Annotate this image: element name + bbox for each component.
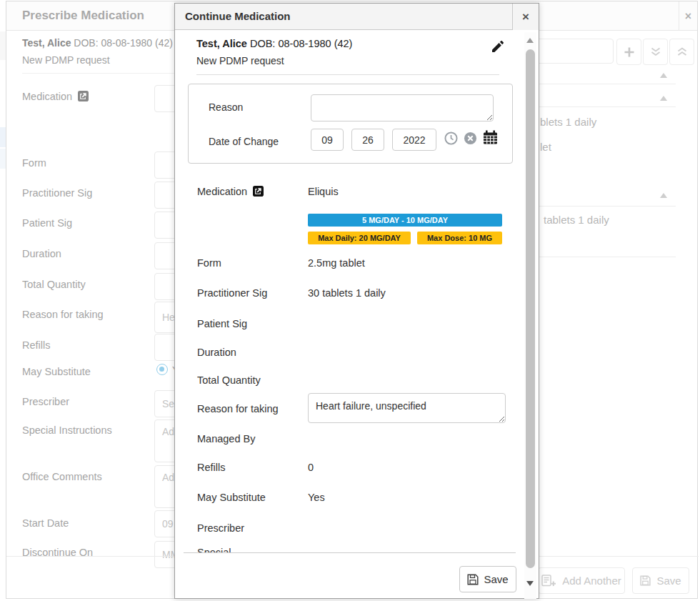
field-label-office-comments: Office Comments: [22, 471, 102, 482]
background-sliver: [0, 127, 6, 147]
max-daily-badge: Max Daily: 20 MG/DAY: [308, 232, 411, 244]
patient-summary: Test, Alice DOB: 08-08-1980 (42): [22, 37, 173, 49]
field-label-practitioner-sig: Practitioner Sig: [22, 187, 92, 199]
refills-value: 0: [308, 462, 314, 473]
collapse-section-icon[interactable]: [660, 73, 667, 78]
field-label-reason-for-taking: Reason for taking: [197, 403, 279, 414]
add-another-label: Add Another: [562, 575, 621, 587]
med-form-text: let: [540, 141, 551, 153]
save-icon: [640, 575, 651, 586]
scroll-down-icon[interactable]: [526, 581, 534, 586]
save-button[interactable]: Save: [459, 566, 516, 592]
practitioner-sig-value: 30 tablets 1 daily: [308, 287, 386, 299]
field-label-practitioner-sig: Practitioner Sig: [197, 287, 267, 299]
clock-icon[interactable]: [444, 131, 458, 145]
prescription-add-icon: [541, 575, 556, 587]
field-label-may-substitute: May Substitute: [197, 492, 266, 503]
save-icon: [467, 574, 479, 585]
collapse-section-icon[interactable]: [660, 193, 667, 198]
add-another-button[interactable]: Add Another: [538, 567, 625, 594]
field-label-medication: Medication: [22, 91, 89, 102]
scroll-up-icon[interactable]: [526, 38, 534, 43]
patient-name: Test, Alice: [22, 37, 71, 49]
edit-pencil-icon[interactable]: [492, 41, 504, 52]
field-label-duration: Duration: [22, 248, 61, 259]
med-sig-text: blets 1 daily: [540, 116, 596, 128]
external-link-icon[interactable]: [78, 91, 89, 101]
date-day-input[interactable]: [351, 129, 384, 151]
field-label-form: Form: [22, 157, 46, 169]
close-icon[interactable]: ×: [679, 1, 697, 31]
field-label-special-instructions: Special Instructions: [22, 424, 112, 436]
field-label-reason-for-taking: Reason for taking: [22, 309, 104, 320]
scrollbar-thumb[interactable]: [526, 49, 535, 568]
date-year-input[interactable]: [392, 129, 436, 151]
save-label: Save: [484, 573, 508, 585]
field-label-patient-sig: Patient Sig: [22, 217, 72, 229]
dose-range-badge: 5 MG/DAY - 10 MG/DAY: [308, 214, 502, 227]
double-chevron-up-icon: [676, 47, 688, 57]
dialog-title: Continue Medication: [185, 10, 291, 22]
field-label-total-quantity: Total Quantity: [197, 374, 261, 386]
dialog-header[interactable]: Continue Medication ×: [175, 4, 539, 30]
close-icon[interactable]: ×: [512, 4, 539, 30]
divider: [196, 74, 499, 75]
field-label-total-quantity: Total Quantity: [22, 279, 86, 290]
may-substitute-radio-yes[interactable]: [156, 364, 168, 375]
reason-textarea[interactable]: [311, 94, 494, 121]
page-title: Prescribe Medication: [22, 9, 144, 23]
may-substitute-value: Yes: [308, 492, 325, 503]
field-label-prescriber: Prescriber: [22, 396, 69, 407]
field-label-may-substitute: May Substitute: [22, 366, 91, 377]
patient-dob: DOB: 08-08-1980 (42): [250, 38, 352, 49]
pdmp-request-link[interactable]: New PDMP request: [196, 55, 284, 66]
field-label-start-date: Start Date: [22, 517, 69, 529]
collapse-all-button[interactable]: [669, 39, 694, 65]
field-label-refills: Refills: [197, 462, 225, 473]
save-button[interactable]: Save: [632, 567, 689, 594]
reason-label: Reason: [209, 101, 243, 113]
add-button[interactable]: [616, 39, 641, 65]
field-label-medication: Medication: [197, 186, 264, 197]
dialog-scrollbar[interactable]: [524, 32, 536, 599]
background-sliver: [0, 31, 6, 60]
date-of-change-label: Date of Change: [209, 136, 279, 147]
date-month-input[interactable]: [311, 129, 344, 151]
field-label-refills: Refills: [22, 339, 50, 351]
expand-all-button[interactable]: [643, 39, 668, 65]
field-label-prescriber: Prescriber: [197, 522, 244, 534]
reason-for-taking-textarea[interactable]: Heart failure, unspecified: [308, 393, 506, 423]
collapse-section-icon[interactable]: [660, 96, 667, 101]
medication-value: Eliquis: [308, 186, 339, 197]
patient-dob: DOB: 08-08-1980 (42): [74, 37, 173, 49]
change-details-box: Reason Date of Change: [188, 84, 513, 164]
double-chevron-down-icon: [650, 47, 661, 57]
patient-name: Test, Alice: [196, 38, 247, 49]
calendar-icon[interactable]: [483, 130, 498, 144]
external-link-icon[interactable]: [253, 186, 264, 197]
field-label-managed-by: Managed By: [197, 433, 255, 444]
pdmp-request-link[interactable]: New PDMP request: [22, 54, 110, 66]
form-value: 2.5mg tablet: [308, 257, 365, 269]
background-sliver: [0, 149, 6, 169]
field-label-duration: Duration: [197, 347, 236, 358]
continue-medication-dialog: Continue Medication × Test, Alice DOB: 0…: [174, 3, 539, 599]
save-label: Save: [656, 575, 681, 587]
plus-icon: [624, 46, 635, 58]
field-label-patient-sig: Patient Sig: [197, 318, 247, 329]
clear-date-icon[interactable]: [464, 131, 477, 145]
patient-summary: Test, Alice DOB: 08-08-1980 (42): [196, 38, 352, 49]
max-dose-badge: Max Dose: 10 MG: [417, 232, 502, 244]
field-label-form: Form: [197, 257, 221, 269]
med-sig-text: tablets 1 daily: [544, 214, 609, 226]
